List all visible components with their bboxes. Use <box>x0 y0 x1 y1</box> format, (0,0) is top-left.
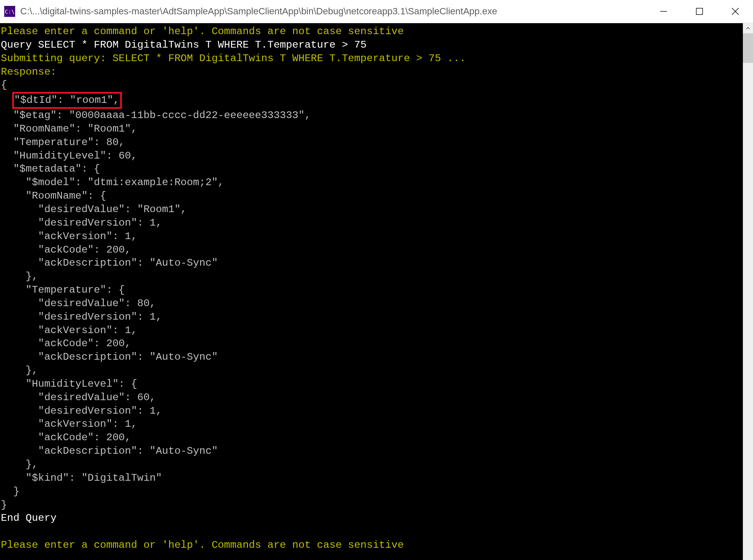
console-line: "$dtId": "room1", <box>14 94 119 106</box>
console-line: "RoomName": { <box>1 190 106 202</box>
console-line: Please enter a command or 'help'. Comman… <box>1 539 404 551</box>
maximize-button[interactable] <box>681 0 717 23</box>
highlighted-dtid: "$dtId": "room1", <box>12 92 122 109</box>
console-line: "desiredValue": 80, <box>1 298 156 309</box>
window-title: C:\...\digital-twins-samples-master\AdtS… <box>20 6 645 17</box>
console-line: }, <box>1 459 38 470</box>
console-line: "ackDescription": "Auto-Sync" <box>1 351 218 363</box>
console-line: }, <box>1 271 38 282</box>
console-line: "desiredValue": "Room1", <box>1 204 187 215</box>
console-line: "desiredValue": 60, <box>1 392 156 403</box>
scrollbar-thumb[interactable] <box>743 33 753 63</box>
console-line: "HumidityLevel": 60, <box>1 150 137 162</box>
console-line: } <box>1 499 7 511</box>
console-line: End Query <box>1 512 56 524</box>
svg-rect-1 <box>696 8 702 15</box>
app-icon-label: C:\ <box>5 8 14 15</box>
maximize-icon <box>696 8 703 15</box>
window-titlebar: C:\ C:\...\digital-twins-samples-master\… <box>0 0 753 23</box>
close-button[interactable] <box>717 0 753 23</box>
console-line: }, <box>1 365 38 376</box>
console-line: "ackVersion": 1, <box>1 325 137 336</box>
console-line: "ackVersion": 1, <box>1 231 137 242</box>
app-icon: C:\ <box>4 6 15 17</box>
console-line: "ackDescription": "Auto-Sync" <box>1 257 218 269</box>
console-line <box>1 94 13 106</box>
console-line: "ackVersion": 1, <box>1 418 137 430</box>
console-line: "$kind": "DigitalTwin" <box>1 472 162 484</box>
console-line: "$metadata": { <box>1 163 100 175</box>
console-line: "desiredVersion": 1, <box>1 311 162 323</box>
console-line: "ackCode": 200, <box>1 432 131 443</box>
minimize-icon <box>660 8 667 15</box>
console-output[interactable]: Please enter a command or 'help'. Comman… <box>0 23 743 560</box>
console-line: "desiredVersion": 1, <box>1 217 162 229</box>
window-controls <box>645 0 753 23</box>
console-line: Response: <box>1 66 56 78</box>
console-line: "$etag": "0000aaaa-11bb-cccc-dd22-eeeeee… <box>1 110 311 121</box>
console-line: } <box>1 486 19 497</box>
scroll-up-arrow-icon[interactable] <box>743 23 753 33</box>
vertical-scrollbar[interactable] <box>743 23 753 560</box>
console-line: "ackCode": 200, <box>1 244 131 256</box>
console-area: Please enter a command or 'help'. Comman… <box>0 23 753 560</box>
console-line: Please enter a command or 'help'. Comman… <box>1 26 404 37</box>
console-line: "Temperature": { <box>1 284 125 296</box>
console-line: "desiredVersion": 1, <box>1 405 162 417</box>
console-line: Submitting query: SELECT * FROM DigitalT… <box>1 53 466 64</box>
console-line: Query SELECT * FROM DigitalTwins T WHERE… <box>1 39 366 51</box>
console-line: "ackCode": 200, <box>1 338 131 349</box>
console-line: "Temperature": 80, <box>1 137 125 148</box>
console-line: { <box>1 79 7 91</box>
close-icon <box>731 8 739 15</box>
console-line: "ackDescription": "Auto-Sync" <box>1 445 218 457</box>
console-line: "$model": "dtmi:example:Room;2", <box>1 177 224 188</box>
console-line: "RoomName": "Room1", <box>1 123 137 135</box>
console-line: "HumidityLevel": { <box>1 378 137 390</box>
minimize-button[interactable] <box>645 0 681 23</box>
